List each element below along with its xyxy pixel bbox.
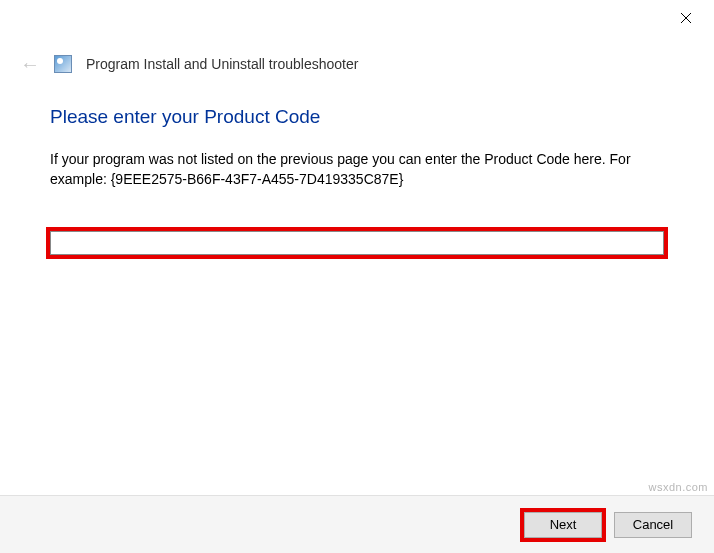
troubleshooter-icon [54, 55, 72, 73]
back-arrow-icon: ← [20, 54, 40, 74]
watermark-text: wsxdn.com [648, 481, 708, 493]
instruction-text: If your program was not listed on the pr… [50, 150, 664, 189]
wizard-title: Program Install and Uninstall troublesho… [86, 56, 358, 72]
wizard-footer: Next Cancel [0, 495, 714, 553]
titlebar [0, 0, 714, 36]
close-icon[interactable] [674, 6, 698, 30]
content-area: Please enter your Product Code If your p… [0, 84, 714, 259]
cancel-button[interactable]: Cancel [614, 512, 692, 538]
wizard-header: ← Program Install and Uninstall troubles… [0, 36, 714, 84]
input-highlight-box [46, 227, 668, 259]
product-code-input[interactable] [50, 231, 664, 255]
page-heading: Please enter your Product Code [50, 106, 664, 128]
next-button-highlight: Next [520, 508, 606, 542]
next-button[interactable]: Next [524, 512, 602, 538]
